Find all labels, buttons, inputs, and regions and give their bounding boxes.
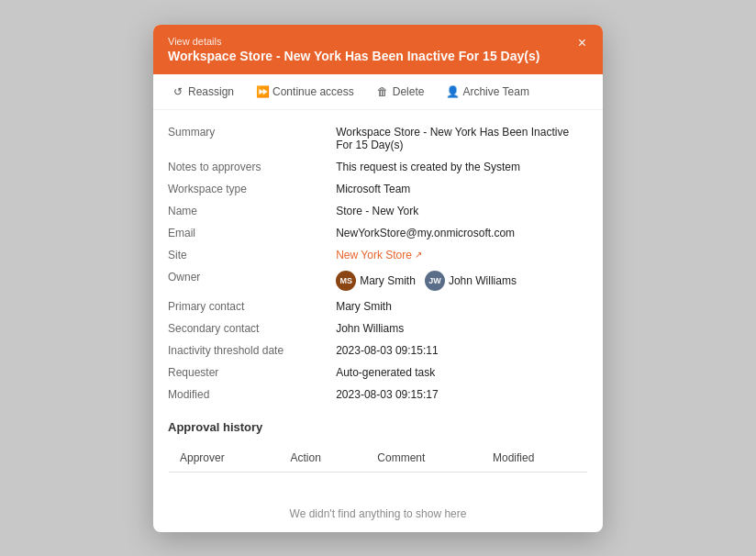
approval-title: Approval history (168, 420, 588, 434)
workspace-type-value: Microsoft Team (336, 178, 588, 200)
email-value: NewYorkStore@my.onmicrosoft.com (336, 222, 588, 244)
summary-row: Summary Workspace Store - New York Has B… (168, 121, 588, 156)
site-row: Site New York Store ↗ (168, 244, 588, 266)
approval-table: Approver Action Comment Modified We didn… (168, 443, 588, 532)
workspace-type-label: Workspace type (168, 178, 336, 200)
summary-label: Summary (168, 121, 336, 156)
requester-label: Requester (168, 361, 336, 384)
approval-section: Approval history Approver Action Comment… (168, 420, 588, 532)
name-label: Name (168, 200, 336, 222)
site-value: New York Store (336, 249, 412, 261)
email-row: Email NewYorkStore@my.onmicrosoft.com (168, 222, 588, 244)
reassign-icon: ↺ (172, 85, 184, 98)
workspace-type-row: Workspace type Microsoft Team (168, 178, 588, 200)
continue-access-label: Continue access (272, 85, 354, 98)
owner-cell: MS Mary Smith JW John Williams (336, 266, 588, 295)
modal: View details Workspace Store - New York … (153, 25, 603, 532)
name-row: Name Store - New York (168, 200, 588, 222)
site-cell: New York Store ↗ (336, 244, 588, 266)
col-approver: Approver (169, 443, 280, 472)
col-modified: Modified (482, 443, 588, 472)
archive-team-button[interactable]: 👤 Archive Team (442, 83, 532, 100)
summary-value: Workspace Store - New York Has Been Inac… (336, 121, 588, 156)
delete-label: Delete (393, 85, 425, 98)
archive-team-label: Archive Team (462, 85, 528, 98)
notes-label: Notes to approvers (168, 156, 336, 178)
delete-button[interactable]: 🗑 Delete (372, 83, 428, 100)
approval-header-row: Approver Action Comment Modified (169, 443, 588, 472)
owner-john-name: John Williams (449, 274, 517, 287)
inactivity-value: 2023-08-03 09:15:11 (336, 339, 588, 361)
owner-row: Owner MS Mary Smith JW John Williams (168, 266, 588, 295)
archive-icon: 👤 (446, 85, 459, 98)
modified-row: Modified 2023-08-03 09:15:17 (168, 384, 588, 406)
close-button[interactable]: × (576, 36, 588, 50)
primary-contact-label: Primary contact (168, 295, 336, 317)
avatar-mary: MS (336, 271, 356, 291)
details-table: Summary Workspace Store - New York Has B… (168, 121, 588, 406)
secondary-contact-label: Secondary contact (168, 317, 336, 339)
col-action: Action (280, 443, 367, 472)
external-link-icon: ↗ (415, 250, 422, 260)
col-comment: Comment (366, 443, 482, 472)
continue-access-button[interactable]: ⏩ Continue access (252, 83, 358, 100)
requester-row: Requester Auto-generated task (168, 361, 588, 384)
approval-empty-row: We didn't find anything to show here (169, 472, 588, 532)
owner-label: Owner (168, 266, 336, 295)
inactivity-label: Inactivity threshold date (168, 339, 336, 361)
owner-john: JW John Williams (425, 271, 517, 291)
requester-value: Auto-generated task (336, 361, 588, 384)
site-link[interactable]: New York Store ↗ (336, 249, 581, 261)
avatar-john: JW (425, 271, 445, 291)
site-label: Site (168, 244, 336, 266)
primary-contact-value: Mary Smith (336, 295, 588, 317)
delete-icon: 🗑 (376, 85, 389, 98)
inactivity-row: Inactivity threshold date 2023-08-03 09:… (168, 339, 588, 361)
name-value: Store - New York (336, 200, 588, 222)
modified-label: Modified (168, 384, 336, 406)
modal-title: Workspace Store - New York Has Been Inac… (168, 49, 539, 63)
modified-value: 2023-08-03 09:15:17 (336, 384, 588, 406)
primary-contact-row: Primary contact Mary Smith (168, 295, 588, 317)
notes-value: This request is created by the System (336, 156, 588, 178)
secondary-contact-value: John Williams (336, 317, 588, 339)
notes-row: Notes to approvers This request is creat… (168, 156, 588, 178)
view-details-label: View details (168, 36, 539, 47)
continue-access-icon: ⏩ (256, 85, 269, 98)
reassign-label: Reassign (188, 85, 234, 98)
empty-state: We didn't find anything to show here (180, 480, 576, 532)
owner-mary: MS Mary Smith (336, 271, 416, 291)
reassign-button[interactable]: ↺ Reassign (168, 83, 238, 100)
modal-toolbar: ↺ Reassign ⏩ Continue access 🗑 Delete 👤 … (153, 74, 603, 110)
modal-body: Summary Workspace Store - New York Has B… (153, 110, 603, 532)
email-label: Email (168, 222, 336, 244)
modal-header: View details Workspace Store - New York … (153, 25, 603, 74)
owner-mary-name: Mary Smith (360, 274, 416, 287)
secondary-contact-row: Secondary contact John Williams (168, 317, 588, 339)
